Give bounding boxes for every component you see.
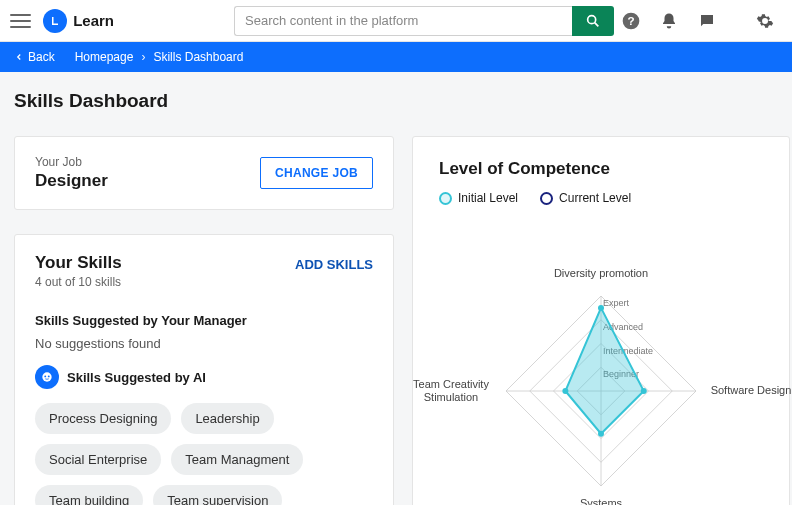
radar-axis-label: Team Creativity Stimulation (396, 378, 506, 404)
radar-axis-label: Software Design (696, 384, 792, 397)
menu-icon[interactable] (10, 9, 31, 33)
breadcrumb-homepage[interactable]: Homepage (75, 50, 134, 64)
skill-chip[interactable]: Team supervision (153, 485, 282, 505)
back-label: Back (28, 50, 55, 64)
page-title: Skills Dashboard (14, 90, 778, 112)
competence-legend: Initial Level Current Level (439, 191, 781, 205)
svg-point-4 (44, 375, 46, 377)
brand-text: Learn (73, 12, 114, 29)
job-label: Your Job (35, 155, 108, 169)
svg-point-22 (562, 388, 568, 394)
notifications-icon[interactable] (652, 4, 686, 38)
change-job-button[interactable]: CHANGE JOB (260, 157, 373, 189)
chevron-right-icon: › (141, 50, 145, 64)
skill-chip[interactable]: Social Enterprise (35, 444, 161, 475)
skill-chip[interactable]: Team Managment (171, 444, 303, 475)
svg-point-3 (42, 372, 51, 381)
ai-suggestions-label: Skills Suggested by AI (67, 370, 206, 385)
svg-text:?: ? (627, 14, 634, 27)
competence-card: Level of Competence Initial Level Curren… (412, 136, 790, 505)
skills-title: Your Skills (35, 253, 122, 273)
skills-card: Your Skills 4 out of 10 skills ADD SKILL… (14, 234, 394, 505)
skill-chip[interactable]: Process Designing (35, 403, 171, 434)
legend-current: Current Level (540, 191, 631, 205)
ai-icon (35, 365, 59, 389)
brand-icon (43, 9, 67, 33)
messages-icon[interactable] (690, 4, 724, 38)
manager-suggestions-label: Skills Suggested by Your Manager (35, 313, 373, 328)
competence-title: Level of Competence (439, 159, 781, 179)
skill-chip[interactable]: Team building (35, 485, 143, 505)
radar-chart: BeginnerIntermediateAdvancedExpert Diver… (421, 211, 781, 505)
brand[interactable]: Learn (43, 9, 114, 33)
radar-axis-label: Systems (546, 497, 656, 505)
svg-point-5 (48, 375, 50, 377)
job-value: Designer (35, 171, 108, 191)
breadcrumb-current: Skills Dashboard (153, 50, 243, 64)
back-button[interactable]: Back (14, 50, 55, 64)
svg-point-19 (598, 305, 604, 311)
manager-suggestions-empty: No suggestions found (35, 336, 373, 351)
skills-count: 4 out of 10 skills (35, 275, 122, 289)
job-card: Your Job Designer CHANGE JOB (14, 136, 394, 210)
svg-point-0 (588, 15, 596, 23)
search-button[interactable] (572, 6, 614, 36)
svg-text:Expert: Expert (603, 298, 630, 308)
svg-point-21 (598, 431, 604, 437)
legend-initial: Initial Level (439, 191, 518, 205)
svg-point-20 (641, 388, 647, 394)
skill-chip[interactable]: Leadership (181, 403, 273, 434)
add-skills-button[interactable]: ADD SKILLS (295, 253, 373, 276)
search-input[interactable] (234, 6, 572, 36)
settings-icon[interactable] (748, 4, 782, 38)
radar-axis-label: Diversity promotion (546, 267, 656, 280)
help-icon[interactable]: ? (614, 4, 648, 38)
